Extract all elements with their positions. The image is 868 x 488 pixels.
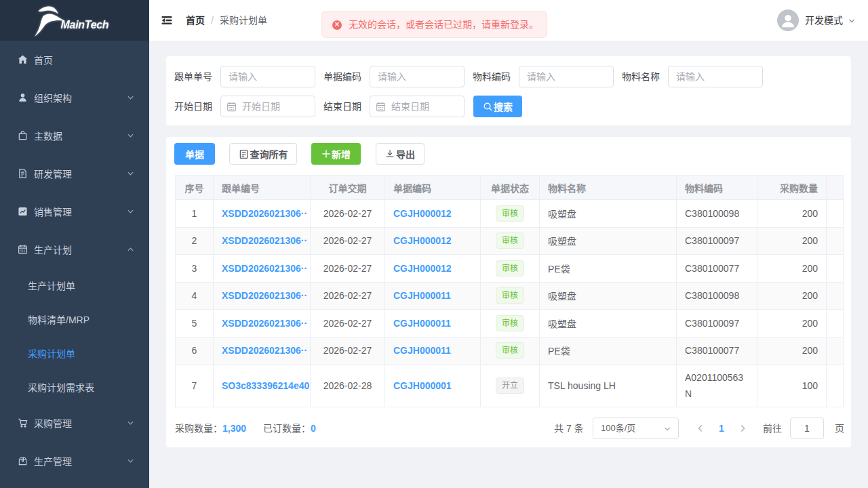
svg-text:MainTech: MainTech bbox=[61, 19, 109, 30]
